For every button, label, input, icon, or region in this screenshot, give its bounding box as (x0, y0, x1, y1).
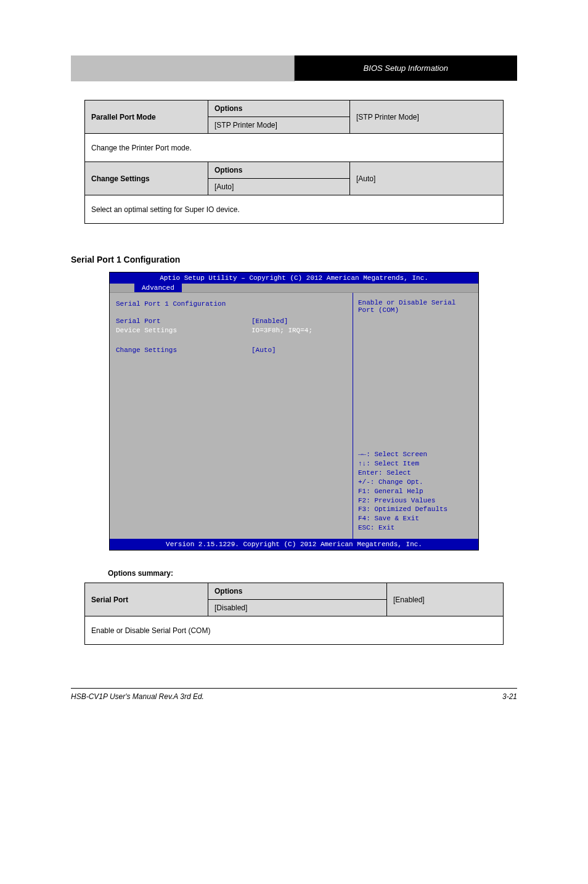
bios-item-label: Change Settings (116, 346, 251, 354)
bios-spacer (116, 336, 346, 345)
bios-item-label: Device Settings (116, 327, 251, 334)
bios-item-label: Serial Port (116, 317, 251, 325)
bios-item-value: IO=3F8h; IRQ=4; (251, 327, 312, 334)
parallel-port-mode-table: Parallel Port Mode Options [STP Printer … (84, 100, 504, 224)
bios-right-pane: Enable or Disable Serial Port (COM) →←: … (353, 293, 478, 539)
group-label: Serial Port (85, 583, 208, 616)
options-header: Options (208, 100, 350, 117)
chapter-header: BIOS Setup Information (71, 55, 517, 81)
key-hint: F1: General Help (358, 487, 473, 496)
default-value: [Enabled] (387, 583, 504, 616)
bios-title-bar: Aptio Setup Utility – Copyright (C) 2012… (110, 272, 478, 284)
bios-section-label: Serial Port 1 Configuration (116, 300, 346, 308)
option-value: [STP Printer Mode] (208, 117, 350, 134)
bios-screenshot: Aptio Setup Utility – Copyright (C) 2012… (109, 272, 479, 550)
bios-help-text: Enable or Disable Serial Port (COM) (358, 299, 473, 314)
option-value-3: [Auto] (208, 179, 350, 195)
page-footer: HSB-CV1P User's Manual Rev.A 3rd Ed. 3-2… (71, 688, 517, 701)
options-summary-label: Options summary: (108, 569, 563, 578)
serial-port-table: Serial Port Options [Enabled] [Disabled]… (84, 583, 504, 645)
key-hint: +/-: Change Opt. (358, 478, 473, 487)
section-heading: Serial Port 1 Configuration (71, 255, 563, 264)
description: Enable or Disable Serial Port (COM) (85, 616, 504, 645)
options-header-2: Options (208, 162, 350, 179)
key-hint: →←: Select Screen (358, 450, 473, 459)
default-value-2: [Auto] (350, 162, 504, 195)
header-title-text: BIOS Setup Information (364, 63, 448, 73)
bios-row-change-settings[interactable]: Change Settings [Auto] (116, 346, 346, 354)
header-right-title: BIOS Setup Information (295, 55, 518, 81)
key-hint: ↑↓: Select Item (358, 459, 473, 469)
bios-item-value: [Auto] (251, 346, 276, 354)
bios-row-serial-port[interactable]: Serial Port [Enabled] (116, 317, 346, 325)
key-hint: F2: Previous Values (358, 496, 473, 505)
key-hint: F4: Save & Exit (358, 514, 473, 523)
header-left-blank (71, 55, 295, 81)
footer-left: HSB-CV1P User's Manual Rev.A 3rd Ed. (71, 692, 204, 701)
bios-item-value: [Enabled] (251, 317, 288, 325)
description: Change the Printer Port mode. (85, 134, 504, 162)
key-hint: Enter: Select (358, 469, 473, 478)
bios-footer-bar: Version 2.15.1229. Copyright (C) 2012 Am… (110, 539, 478, 550)
option-value: [Disabled] (208, 600, 387, 616)
description-2: Select an optimal setting for Super IO d… (85, 195, 504, 224)
bios-tab-advanced[interactable]: Advanced (134, 284, 182, 292)
footer-page-number: 3-21 (502, 692, 517, 701)
bios-tab-row: Advanced (110, 284, 478, 292)
bios-key-legend: →←: Select Screen ↑↓: Select Item Enter:… (358, 450, 473, 533)
group-label: Parallel Port Mode (85, 100, 208, 134)
key-hint: ESC: Exit (358, 523, 473, 533)
options-header: Options (208, 583, 387, 600)
key-hint: F3: Optimized Defaults (358, 505, 473, 514)
bios-row-device-settings: Device Settings IO=3F8h; IRQ=4; (116, 327, 346, 334)
bios-left-pane: Serial Port 1 Configuration Serial Port … (110, 293, 353, 539)
group-label-2: Change Settings (85, 162, 208, 195)
default-value: [STP Printer Mode] (350, 100, 504, 134)
